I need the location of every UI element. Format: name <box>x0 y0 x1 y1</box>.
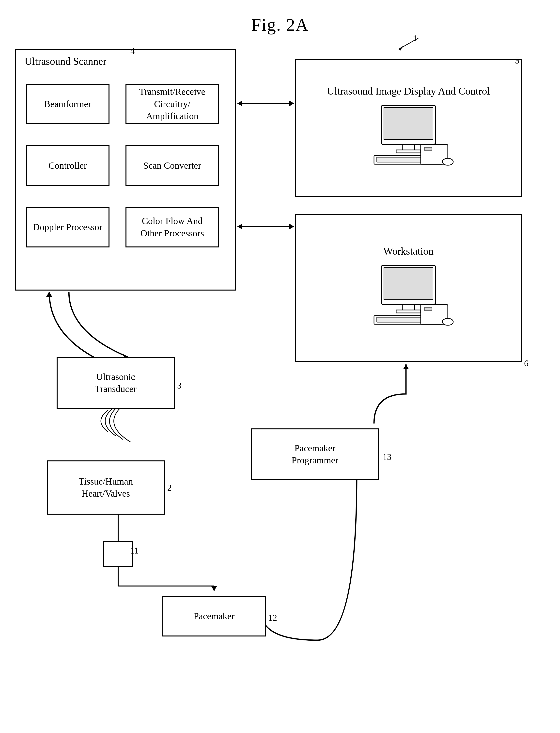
ref-1: 1 <box>413 33 417 44</box>
svg-marker-6 <box>289 223 294 229</box>
beamformer-box: Beamformer <box>26 84 109 124</box>
tissue-label: Tissue/Human Heart/Valves <box>79 476 133 500</box>
ref-12: 12 <box>268 613 277 623</box>
doppler-box: Doppler Processor <box>26 207 109 247</box>
doppler-label: Doppler Processor <box>33 221 102 233</box>
display-label: Ultrasound Image Display And Control <box>327 84 490 98</box>
workstation-computer-icon <box>362 263 455 332</box>
transducer-box: Ultrasonic Transducer <box>57 357 175 409</box>
svg-rect-26 <box>424 147 432 150</box>
scanner-label: Ultrasound Scanner <box>25 55 106 67</box>
svg-marker-3 <box>289 100 294 106</box>
svg-point-36 <box>442 318 453 325</box>
workstation-box: Workstation <box>295 214 522 362</box>
transducer-label: Ultrasonic Transducer <box>95 371 137 395</box>
display-computer-icon <box>362 103 455 172</box>
svg-rect-35 <box>424 307 432 310</box>
display-box: Ultrasound Image Display And Control <box>295 59 522 197</box>
color-flow-box: Color Flow And Other Processors <box>125 207 219 247</box>
ref-4: 4 <box>130 46 135 56</box>
svg-rect-22 <box>396 150 421 153</box>
workstation-label: Workstation <box>383 244 434 258</box>
pacemaker-box: Pacemaker <box>162 596 266 637</box>
svg-rect-29 <box>384 268 433 300</box>
svg-marker-17 <box>403 364 409 369</box>
scan-converter-label: Scan Converter <box>143 159 201 172</box>
tx-rx-label: Transmit/Receive Circuitry/ Amplificatio… <box>139 86 205 122</box>
svg-marker-7 <box>237 223 242 229</box>
scan-converter-box: Scan Converter <box>125 145 219 186</box>
tissue-box: Tissue/Human Heart/Valves <box>47 461 165 515</box>
ref-11: 11 <box>130 545 139 556</box>
beamformer-label: Beamformer <box>44 98 91 110</box>
color-flow-label: Color Flow And Other Processors <box>140 215 204 239</box>
ref-6: 6 <box>524 358 529 369</box>
pacemaker-label: Pacemaker <box>194 610 235 622</box>
controller-box: Controller <box>26 145 109 186</box>
page-title: Fig. 2A <box>0 0 560 45</box>
svg-rect-31 <box>396 310 421 313</box>
controller-label: Controller <box>48 159 87 172</box>
pacemaker-prog-box: Pacemaker Programmer <box>251 429 379 480</box>
tx-rx-box: Transmit/Receive Circuitry/ Amplificatio… <box>125 84 219 124</box>
svg-point-27 <box>442 158 453 165</box>
svg-marker-4 <box>237 100 242 106</box>
svg-rect-20 <box>384 108 433 140</box>
svg-marker-9 <box>46 292 52 297</box>
svg-rect-11 <box>103 542 133 566</box>
ref-5: 5 <box>515 55 519 66</box>
svg-marker-1 <box>399 46 403 50</box>
pacemaker-prog-label: Pacemaker Programmer <box>292 442 338 467</box>
ref-3: 3 <box>177 381 182 391</box>
ref-2: 2 <box>167 483 172 493</box>
svg-marker-15 <box>211 586 217 591</box>
ref-13: 13 <box>383 452 391 462</box>
